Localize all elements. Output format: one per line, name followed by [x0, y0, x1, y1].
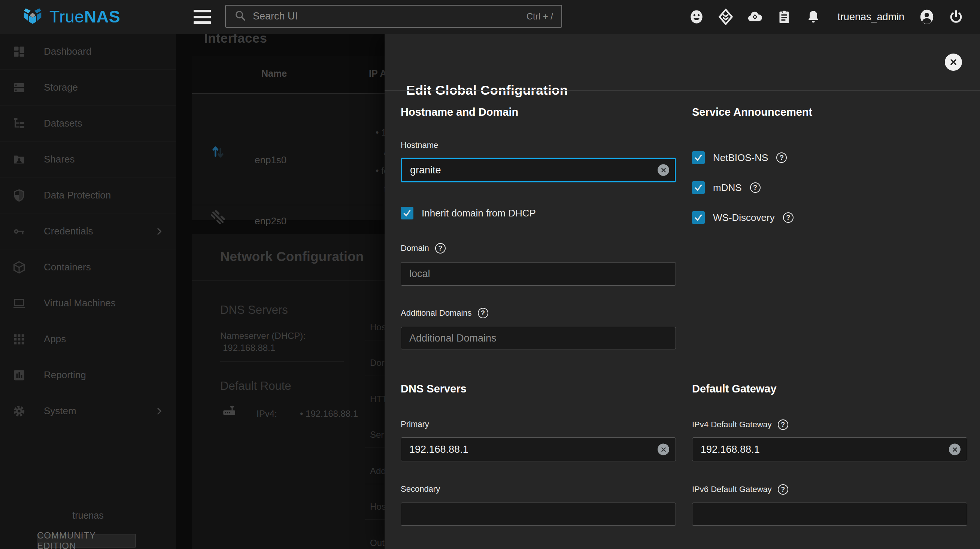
sidebar-item-storage[interactable]: Storage — [0, 70, 176, 106]
sidebar-item-data-protection[interactable]: Data Protection — [0, 178, 176, 213]
clipped-label: Ser — [370, 430, 384, 440]
network-configuration-title: Network Configuration — [220, 249, 364, 264]
topbar: TrueNAS Ctrl + / — [0, 0, 980, 34]
secondary-dns-label: Secondary — [401, 484, 440, 494]
truenas-connect-cloud-icon[interactable] — [746, 8, 764, 26]
additional-domains-field-wrap — [401, 327, 676, 349]
additional-domains-input[interactable] — [401, 327, 676, 349]
domain-label: Domain ? — [401, 243, 445, 253]
jobs-clipboard-icon[interactable] — [775, 8, 793, 26]
default-gateway-heading: Default Gateway — [692, 383, 777, 395]
sidebar-item-reporting[interactable]: Reporting — [0, 357, 176, 393]
search-icon — [234, 10, 247, 24]
gear-icon — [12, 404, 26, 418]
ipv6-gateway-label: IPv6 Default Gateway ? — [692, 484, 788, 495]
edit-global-configuration-panel: Edit Global Configuration Hostname and D… — [385, 34, 980, 549]
help-icon[interactable]: ? — [778, 484, 788, 495]
sidebar-item-dashboard[interactable]: Dashboard — [0, 34, 176, 70]
inherit-domain-checkbox[interactable]: Inherit domain from DHCP — [401, 207, 536, 220]
close-icon[interactable] — [945, 54, 962, 71]
shares-folder-icon — [12, 153, 26, 167]
route-ipv4-label: IPv4: — [256, 409, 277, 419]
help-icon[interactable]: ? — [778, 419, 788, 430]
hostname-domain-heading: Hostname and Domain — [401, 106, 518, 118]
clear-input-icon[interactable] — [949, 444, 961, 455]
datasets-icon — [12, 116, 26, 131]
truenas-app: Interfaces Name IP Ad enp1s0 19 /2 fe8 f… — [0, 0, 980, 549]
chevron-right-icon — [154, 227, 164, 236]
service-announcement-heading: Service Announcement — [692, 106, 812, 118]
checkbox-checked-icon — [401, 207, 414, 220]
truecommand-icon[interactable] — [717, 8, 735, 26]
sidebar-item-virtual-machines[interactable]: Virtual Machines — [0, 285, 176, 321]
search-shortcut-hint: Ctrl + / — [527, 11, 553, 22]
sidebar: Dashboard Storage Datasets Shares Data P… — [0, 34, 176, 549]
help-icon[interactable]: ? — [478, 308, 488, 318]
menu-hamburger-icon[interactable] — [194, 10, 211, 24]
mdns-checkbox[interactable]: mDNS ? — [692, 181, 760, 194]
laptop-icon — [12, 296, 26, 310]
hostname-label: Hostname — [401, 140, 438, 150]
hostname-field-wrap — [401, 158, 676, 182]
clipped-label: Out — [370, 538, 385, 548]
clipped-label: HTT — [370, 394, 385, 404]
interfaces-card-title: Interfaces — [204, 34, 267, 46]
shield-icon — [12, 188, 26, 203]
sidebar-item-datasets[interactable]: Datasets — [0, 106, 176, 142]
secondary-dns-input[interactable] — [401, 503, 676, 526]
truenas-logo-mark-icon — [21, 5, 44, 29]
ipv6-gateway-input[interactable] — [692, 503, 967, 526]
truenas-logo-text: TrueNAS — [49, 7, 120, 27]
help-icon[interactable]: ? — [750, 182, 760, 193]
primary-dns-input[interactable] — [401, 438, 676, 461]
interface-name: enp1s0 — [255, 154, 286, 166]
network-configuration-card: Network Configuration DNS Servers Namese… — [192, 234, 385, 549]
help-icon[interactable]: ? — [783, 212, 794, 223]
global-search[interactable]: Ctrl + / — [225, 5, 562, 28]
domain-input[interactable] — [401, 262, 676, 286]
clipped-label: Add — [370, 466, 385, 476]
nameserver-label: Nameserver (DHCP): — [220, 331, 305, 341]
ipv4-gateway-label: IPv4 Default Gateway ? — [692, 419, 788, 430]
key-icon — [12, 224, 26, 239]
storage-icon — [12, 81, 26, 95]
primary-dns-label: Primary — [401, 419, 429, 429]
clear-input-icon[interactable] — [657, 444, 669, 455]
primary-dns-field-wrap — [401, 438, 676, 461]
help-icon[interactable]: ? — [435, 243, 445, 253]
truenas-logo[interactable]: TrueNAS — [21, 5, 120, 29]
dns-servers-subheading: DNS Servers — [220, 303, 288, 317]
sidebar-item-credentials[interactable]: Credentials — [0, 213, 176, 250]
sidebar-item-system[interactable]: System — [0, 393, 176, 429]
ip-fragment: fe8 — [375, 165, 385, 176]
bar-chart-icon — [12, 368, 26, 382]
router-icon — [221, 402, 237, 419]
interface-up-down-icon — [210, 142, 227, 160]
help-icon[interactable]: ? — [776, 153, 787, 163]
sidebar-item-shares[interactable]: Shares — [0, 142, 176, 178]
interfaces-card: Name IP Ad enp1s0 19 /2 fe8 fe0 — [192, 56, 385, 220]
netbios-checkbox[interactable]: NetBIOS-NS ? — [692, 151, 787, 164]
checkbox-checked-icon — [692, 181, 705, 194]
route-ipv4-value: • 192.168.88.1 — [300, 409, 358, 419]
clipped-label: Dor — [370, 358, 385, 368]
feedback-smiley-icon[interactable] — [687, 8, 705, 26]
community-edition-badge: COMMUNITY EDITION — [37, 534, 135, 547]
sidebar-item-apps[interactable]: Apps — [0, 321, 176, 357]
sidebar-item-containers[interactable]: Containers — [0, 250, 176, 285]
user-avatar-icon[interactable] — [918, 8, 936, 26]
interfaces-table-header: Name IP Ad — [192, 56, 385, 94]
logged-in-username[interactable]: truenas_admin — [837, 11, 904, 23]
chevron-right-icon — [154, 406, 164, 416]
search-input[interactable] — [253, 11, 520, 22]
hostname-input[interactable] — [401, 158, 676, 182]
ipv4-gateway-input[interactable] — [692, 438, 967, 461]
power-icon[interactable] — [947, 8, 965, 26]
notifications-bell-icon[interactable] — [804, 8, 822, 26]
checkbox-checked-icon — [692, 211, 705, 224]
interface-disconnected-icon — [210, 209, 226, 227]
checkbox-checked-icon — [692, 151, 705, 164]
ws-discovery-checkbox[interactable]: WS-Discovery ? — [692, 211, 794, 224]
column-header-name: Name — [261, 68, 287, 79]
clear-input-icon[interactable] — [657, 164, 669, 176]
